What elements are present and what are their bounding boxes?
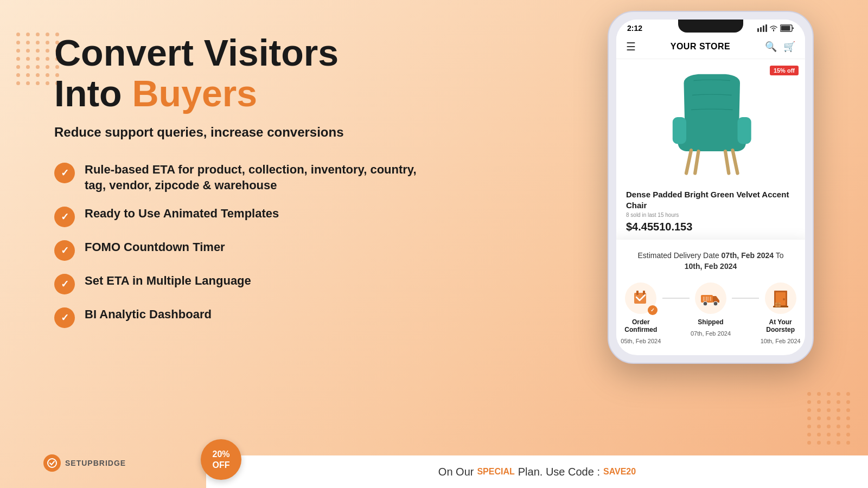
- check-icon-5: [54, 307, 75, 328]
- feature-text-4: Set ETA in Multiple Language: [85, 273, 251, 289]
- delivery-card: Estimated Delivery Date 07th, Feb 2024 T…: [616, 240, 805, 355]
- battery-icon: [780, 24, 794, 32]
- product-sold: 8 sold in last 15 hours: [626, 212, 795, 218]
- check-icon-4: [54, 274, 75, 294]
- svg-rect-20: [705, 297, 705, 301]
- headline-line1: Convert Visitors: [54, 32, 339, 73]
- svg-point-0: [48, 459, 56, 467]
- features-list: Rule-based ETA for product, collection, …: [54, 162, 434, 328]
- svg-point-26: [783, 298, 785, 300]
- feature-item-5: BI Analytic Dashboard: [54, 306, 434, 328]
- step-date-1: 05th, Feb 2024: [621, 338, 661, 344]
- product-price: $4.45510.153: [626, 221, 795, 233]
- signal-icon: [757, 24, 767, 32]
- status-time: 2:12: [627, 24, 642, 33]
- svg-rect-6: [781, 26, 790, 31]
- delivery-step-3: At Your Doorstep 10th, Feb 2024: [759, 282, 802, 344]
- svg-rect-23: [710, 297, 711, 301]
- check-icon-2: [54, 207, 75, 227]
- svg-rect-4: [765, 24, 767, 32]
- phone-container: 2:12: [597, 11, 825, 364]
- delivery-date1: 07th, Feb 2024: [722, 251, 774, 260]
- step-connector-1: [662, 298, 690, 299]
- product-name: Dense Padded Bright Green Velvet Accent …: [626, 189, 795, 210]
- svg-line-11: [695, 151, 698, 174]
- wifi-icon: [769, 25, 778, 31]
- cart-icon[interactable]: 🛒: [783, 41, 795, 53]
- delivery-title-mid: To: [774, 251, 783, 260]
- discount-line1: 20%: [212, 449, 229, 459]
- search-icon[interactable]: 🔍: [765, 41, 777, 53]
- menu-icon[interactable]: ☰: [626, 40, 636, 53]
- feature-item-1: Rule-based ETA for product, collection, …: [54, 162, 434, 194]
- delivery-step-1: ✓ Order Confirmed 05th, Feb 2024: [620, 282, 662, 344]
- svg-rect-3: [763, 25, 764, 32]
- store-header: ☰ YOUR STORE 🔍 🛒: [616, 35, 805, 59]
- feature-item-4: Set ETA in Multiple Language: [54, 273, 434, 294]
- discount-tag: 15% off: [770, 66, 799, 75]
- logo-icon: [43, 454, 61, 472]
- svg-line-9: [686, 150, 691, 173]
- svg-rect-14: [636, 291, 639, 295]
- discount-line2: OFF: [213, 460, 230, 470]
- step-date-2: 07th, Feb 2024: [691, 330, 731, 337]
- bottom-banner: 20% OFF On Our SPECIAL Plan. Use Code : …: [206, 455, 868, 488]
- step-check-1: ✓: [648, 305, 658, 315]
- left-content: Convert Visitors Into Buyers Reduce supp…: [54, 33, 434, 328]
- logo-text: SETUPBRIDGE: [65, 459, 126, 467]
- step-date-3: 10th, Feb 2024: [761, 338, 801, 344]
- feature-text-2: Ready to Use Animated Templates: [85, 206, 279, 222]
- product-image-area: 15% off: [616, 59, 805, 185]
- main-headline: Convert Visitors Into Buyers: [54, 33, 434, 114]
- store-action-icons: 🔍 🛒: [765, 41, 795, 53]
- feature-text-1: Rule-based ETA for product, collection, …: [85, 162, 434, 194]
- svg-rect-1: [757, 28, 759, 32]
- svg-rect-22: [709, 297, 709, 301]
- svg-rect-8: [738, 117, 751, 144]
- check-icon-1: [54, 163, 75, 183]
- banner-plan-text: Plan. Use Code :: [518, 466, 600, 478]
- feature-item-2: Ready to Use Animated Templates: [54, 206, 434, 227]
- phone-frame: 2:12: [608, 11, 814, 364]
- delivery-step-2: Shipped 07th, Feb 2024: [690, 282, 732, 337]
- svg-rect-15: [643, 291, 645, 295]
- banner-text: On Our: [438, 466, 474, 478]
- product-info: Dense Padded Bright Green Velvet Accent …: [616, 185, 805, 240]
- discount-badge: 20% OFF: [201, 439, 241, 480]
- check-icon-3: [54, 240, 75, 261]
- step-label-3: At Your Doorstep: [759, 318, 802, 333]
- logo-area: SETUPBRIDGE: [43, 454, 126, 472]
- subtitle: Reduce support queries, increase convers…: [54, 125, 434, 140]
- product-chair-image: [662, 68, 760, 176]
- step-icon-doorstep: [765, 282, 796, 314]
- headline-buyers: Buyers: [132, 73, 258, 114]
- feature-item-3: FOMO Countdown Timer: [54, 239, 434, 261]
- status-icons: [757, 24, 794, 32]
- dot-grid-right: (function(){ const g = document.querySel…: [807, 392, 852, 445]
- feature-text-3: FOMO Countdown Timer: [85, 239, 225, 255]
- svg-rect-7: [673, 117, 686, 144]
- svg-point-18: [713, 301, 718, 306]
- svg-point-17: [703, 301, 707, 306]
- phone-inner: 2:12: [616, 20, 805, 355]
- order-confirmed-icon: [632, 290, 649, 307]
- delivery-steps: ✓ Order Confirmed 05th, Feb 2024: [620, 282, 802, 344]
- delivery-date2: 10th, Feb 2024: [685, 262, 737, 271]
- banner-code: SAVE20: [603, 467, 636, 477]
- step-icon-shipped: [695, 282, 726, 314]
- svg-rect-21: [706, 297, 707, 301]
- svg-line-12: [725, 151, 729, 174]
- step-connector-2: [732, 298, 759, 299]
- phone-notch: [678, 20, 743, 33]
- step-label-2: Shipped: [698, 318, 723, 326]
- svg-rect-19: [703, 297, 704, 301]
- store-name: YOUR STORE: [671, 42, 731, 52]
- shipped-icon: [701, 291, 720, 306]
- step-icon-order: ✓: [625, 282, 656, 314]
- svg-line-10: [733, 150, 738, 173]
- delivery-title-prefix: Estimated Delivery Date: [638, 251, 722, 260]
- feature-text-5: BI Analytic Dashboard: [85, 306, 212, 323]
- headline-line2-prefix: Into: [54, 73, 132, 114]
- delivery-title: Estimated Delivery Date 07th, Feb 2024 T…: [620, 251, 802, 272]
- banner-special: SPECIAL: [477, 467, 514, 477]
